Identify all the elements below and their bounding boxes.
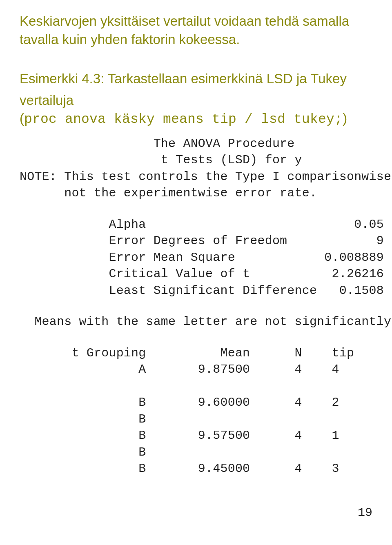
anova-header-1: The ANOVA Procedure	[20, 136, 372, 152]
example-label: Esimerkki 4.3	[20, 71, 100, 86]
example-line2-post: )	[343, 111, 347, 126]
anova-grouping-table: t Grouping Mean N tip A 9.87500 4 4 B 9.…	[20, 345, 372, 477]
page-number: 19	[20, 506, 372, 520]
example-code: proc anova käsky means tip / lsd tukey;	[24, 112, 343, 127]
anova-header-2: t Tests (LSD) for y	[20, 152, 372, 169]
lead-paragraph: Keskiarvojen yksittäiset vertailut voida…	[20, 12, 372, 49]
example-line-1: Esimerkki 4.3: Tarkastellaan esimerkkinä…	[20, 70, 372, 88]
anova-means-note: Means with the same letter are not signi…	[20, 314, 372, 330]
anova-stats-block: Alpha 0.05 Error Degrees of Freedom 9 Er…	[20, 216, 372, 299]
example-tail-1: : Tarkastellaan esimerkkinä LSD ja Tukey	[100, 71, 347, 86]
anova-note: NOTE: This test controls the Type I comp…	[20, 169, 372, 202]
example-line-2: vertailuja (proc anova käsky means tip /…	[20, 91, 372, 129]
